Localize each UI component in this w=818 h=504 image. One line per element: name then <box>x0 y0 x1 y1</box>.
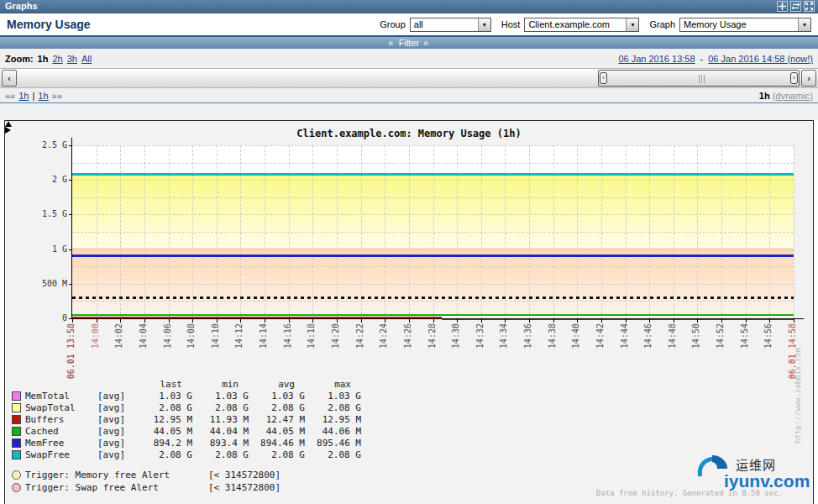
v-gridline <box>794 145 794 318</box>
v-gridline <box>601 145 602 318</box>
y-axis-arrow <box>5 121 12 127</box>
zoom-option-active[interactable]: 1h <box>38 54 49 64</box>
legend-value-avg: 12.47 M <box>249 413 305 425</box>
legend-series-name: Buffers <box>25 413 97 425</box>
graph-select[interactable]: Memory Usage ▼ <box>679 18 811 32</box>
x-tick-mark <box>385 319 385 323</box>
dynamic-link[interactable]: (dynamic) <box>773 91 813 101</box>
refresh-icon[interactable] <box>790 1 801 12</box>
legend-value-avg: 44.05 M <box>249 425 305 437</box>
fullscreen-icon[interactable] <box>804 1 815 12</box>
nav-prev-arrows: «« <box>5 91 15 101</box>
v-gridline <box>240 145 241 318</box>
period-dates: 06 Jan 2016 13:58 - 06 Jan 2016 14:58 (n… <box>618 54 813 64</box>
x-tick-mark <box>601 319 602 323</box>
legend-series-fn: [avg] <box>97 437 136 449</box>
x-tick-mark <box>265 319 265 323</box>
thumb-right-handle[interactable]: › <box>790 72 798 84</box>
v-gridline <box>769 145 770 318</box>
x-tick-label: 14:22 <box>355 323 364 349</box>
time-scrollbar[interactable]: ‹ ‹ › › <box>0 68 818 88</box>
thumb-left-handle[interactable]: ‹ <box>600 72 607 84</box>
plot-area[interactable] <box>72 145 794 318</box>
legend-row-memtotal: MemTotal[avg]1.03 G1.03 G1.03 G1.03 G <box>12 390 361 402</box>
scrollbar-thumb[interactable]: ‹ › <box>598 70 800 87</box>
x-tick-label: 14:04 <box>139 323 148 349</box>
x-tick-label: 14:34 <box>499 323 508 349</box>
legend-value-avg: 1.03 G <box>249 390 305 402</box>
legend-row-cached: Cached[avg]44.05 M44.04 M44.05 M44.06 M <box>12 425 361 437</box>
v-gridline <box>529 145 530 318</box>
x-tick-label: 14:56 <box>763 323 773 349</box>
series-line-swapfree <box>72 173 794 176</box>
host-select-value: Client.example.com <box>525 19 626 29</box>
x-tick-mark <box>120 319 121 323</box>
period-start-link[interactable]: 06 Jan 2016 13:58 <box>618 54 695 64</box>
x-tick-mark <box>144 319 145 323</box>
y-tick-label: 2 G <box>5 175 67 184</box>
nav-separator: | <box>33 91 35 101</box>
legend-series-name: SwapFree <box>25 449 97 460</box>
legend-swatch <box>12 438 21 448</box>
zoom-label: Zoom: <box>5 54 34 64</box>
thumb-grip[interactable] <box>699 75 705 83</box>
nav-prev-period-link[interactable]: 1h <box>18 91 29 101</box>
x-tick-label: 14:06 <box>163 323 172 349</box>
y-tick-label: 1.5 G <box>5 209 67 218</box>
x-tick-mark <box>577 319 578 323</box>
legend-value-min: 893.4 M <box>192 437 249 449</box>
legend-series-name: Cached <box>25 425 97 437</box>
chevron-right-icon: › <box>793 74 795 81</box>
graph-panel: Client.example.com: Memory Usage (1h) 05… <box>4 120 814 504</box>
x-tick-mark <box>240 319 241 323</box>
y-tick-mark <box>69 249 72 250</box>
host-label: Host <box>501 19 521 29</box>
period-date-separator: - <box>700 54 704 64</box>
scrollbar-right-button[interactable]: › <box>801 70 816 87</box>
legend-value-avg: 2.08 G <box>249 449 305 460</box>
x-tick-mark <box>553 319 554 323</box>
iyunv-cn-text: 运维网 <box>736 455 776 473</box>
legend-series-name: MemTotal <box>25 390 97 402</box>
period-end-link[interactable]: 06 Jan 2016 14:58 (now!) <box>708 54 813 64</box>
x-tick-label: 14:02 <box>114 323 123 349</box>
v-gridline <box>505 145 506 318</box>
x-tick-label: 14:26 <box>403 323 412 349</box>
spacer <box>0 103 818 120</box>
x-tick-label: 14:24 <box>379 323 388 349</box>
x-tick-label: 14:00 <box>91 323 100 349</box>
zoom-option-all[interactable]: All <box>81 54 92 64</box>
zoom-option-2h[interactable]: 2h <box>52 54 62 64</box>
zoom-option-3h[interactable]: 3h <box>67 54 77 64</box>
legend-series-fn: [avg] <box>97 425 136 437</box>
nav-next-period-link[interactable]: 1h <box>38 91 48 101</box>
x-tick-label: 14:42 <box>595 323 605 349</box>
legend-row-swaptotal: SwapTotal[avg]2.08 G2.08 G2.08 G2.08 G <box>12 402 361 413</box>
v-gridline <box>217 145 218 318</box>
x-tick-mark <box>409 319 410 323</box>
x-tick-mark <box>649 319 650 323</box>
legend-value-max: 12.95 M <box>305 413 361 425</box>
legend-swatch <box>12 415 21 424</box>
trigger-label: Trigger: Swap free Alert <box>25 482 208 493</box>
scrollbar-left-button[interactable]: ‹ <box>2 70 17 87</box>
v-gridline <box>481 145 482 318</box>
graph-label: Graph <box>649 19 675 29</box>
legend-value-max: 1.03 G <box>305 390 361 402</box>
legend-value-max: 2.08 G <box>305 402 361 413</box>
legend-value-max: 44.06 M <box>305 425 361 437</box>
legend-value-last: 1.03 G <box>136 390 192 402</box>
y-axis <box>71 138 72 319</box>
legend-value-avg: 2.08 G <box>249 402 305 413</box>
group-select[interactable]: all ▼ <box>410 18 491 32</box>
filter-toggle-bar[interactable]: « Filter « <box>0 35 818 49</box>
trigger-condition: [< 314572800] <box>208 470 281 480</box>
legend-header-avg: avg <box>249 378 305 390</box>
legend-value-last: 44.05 M <box>136 425 192 437</box>
host-select[interactable]: Client.example.com ▼ <box>524 18 639 32</box>
x-tick-label: 14:14 <box>259 323 268 349</box>
legend-value-min: 2.08 G <box>192 402 249 413</box>
x-tick-label: 14:16 <box>283 323 292 349</box>
x-tick-mark <box>192 319 193 323</box>
add-favourite-icon[interactable] <box>777 1 788 12</box>
